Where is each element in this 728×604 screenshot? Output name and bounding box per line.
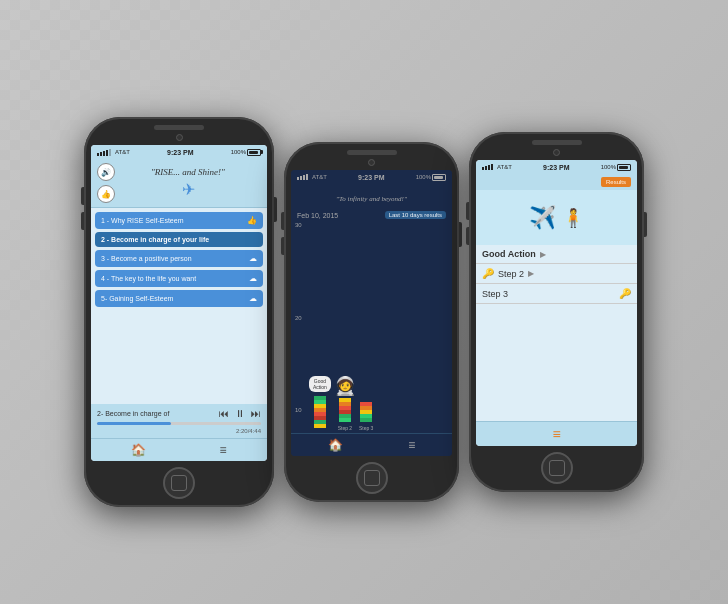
header-quote: "RISE... and Shine!" xyxy=(115,167,261,177)
menu-item-3[interactable]: 3 - Become a positive person ☁ xyxy=(95,250,263,267)
menu-item-4[interactable]: 4 - The key to the life you want ☁ xyxy=(95,270,263,287)
menu-item-5[interactable]: 5- Gaining Self-Esteem ☁ xyxy=(95,290,263,307)
screen3-spacer xyxy=(476,304,637,421)
signal-bars xyxy=(97,149,111,156)
phone3-home-button[interactable] xyxy=(541,452,573,484)
phone-3-speaker xyxy=(532,140,582,145)
phone2-home-button[interactable] xyxy=(356,462,388,494)
menu-item-4-icon: ☁ xyxy=(249,274,257,283)
good-action-label: Good Action xyxy=(482,249,536,259)
y-label-20: 20 xyxy=(295,315,302,321)
phone3-signal xyxy=(482,164,493,170)
screen1-header: 🔊 👍 "RISE... and Shine!" ✈ xyxy=(91,159,267,208)
phone-2-screen: AT&T 9:23 PM 100% "To infinity and beyon… xyxy=(291,170,452,456)
cloud-label-good-action: GoodAction xyxy=(309,376,331,392)
row-step2: 🔑 Step 2 ▶ xyxy=(476,264,637,284)
home-button[interactable]: 🏠 xyxy=(131,443,146,457)
phone-3-camera xyxy=(553,149,560,156)
screen3-header: Results xyxy=(476,174,637,190)
phone3-carrier: AT&T xyxy=(497,164,512,170)
chart-col-step2: 🧑‍🚀 Step 2 xyxy=(334,375,356,431)
phone-2-camera xyxy=(368,159,375,166)
phone3-menu-icon[interactable]: ≡ xyxy=(552,426,560,442)
chart-col-step3: Step 3 xyxy=(359,379,373,431)
scene: AT&T 9:23 PM 100% 🔊 👍 "RISE... an xyxy=(0,0,728,604)
screen3-footer: ≡ xyxy=(476,421,637,446)
chart-columns: GoodAction xyxy=(309,375,448,431)
pause-icon[interactable]: ⏸ xyxy=(235,408,245,419)
progress-fill xyxy=(97,422,171,425)
chart-date: Feb 10, 2015 xyxy=(297,212,338,219)
row-step3: Step 3 🔑 xyxy=(476,284,637,304)
phone-1: AT&T 9:23 PM 100% 🔊 👍 "RISE... an xyxy=(84,117,274,507)
player-controls[interactable]: ⏮ ⏸ ⏭ xyxy=(219,408,261,419)
menu-item-1-icon: 👍 xyxy=(247,216,257,225)
y-label-30: 30 xyxy=(295,222,302,228)
screen2-container: AT&T 9:23 PM 100% "To infinity and beyon… xyxy=(291,170,452,456)
phone3-battery: 100% xyxy=(601,164,631,171)
player-title: 2- Become in charge of ⏮ ⏸ ⏭ xyxy=(97,408,261,419)
phone-1-speaker xyxy=(154,125,204,130)
sound-icon[interactable]: 🔊 xyxy=(97,163,115,181)
step2-label: Step 2 xyxy=(498,269,524,279)
screen1-container: AT&T 9:23 PM 100% 🔊 👍 "RISE... an xyxy=(91,145,267,461)
phone2-home-btn[interactable]: 🏠 xyxy=(328,438,343,452)
key-icon-2: 🔑 xyxy=(619,288,631,299)
screen2-footer: 🏠 ≡ xyxy=(291,433,452,456)
menu-item-1[interactable]: 1 - Why RISE Self-Esteem 👍 xyxy=(95,212,263,229)
astronaut-icon: 🧑‍🚀 xyxy=(334,375,356,397)
menu-button[interactable]: ≡ xyxy=(219,443,226,457)
phone-1-camera xyxy=(176,134,183,141)
step3-label: Step 3 xyxy=(482,289,508,299)
phone3-time: 9:23 PM xyxy=(543,164,569,171)
menu-item-5-icon: ☁ xyxy=(249,294,257,303)
col-label-2: Step 2 xyxy=(338,425,352,431)
phone1-status-bar: AT&T 9:23 PM 100% xyxy=(91,145,267,159)
phone-3: AT&T 9:23 PM 100% Results ✈️ xyxy=(469,132,644,492)
phone2-menu-btn[interactable]: ≡ xyxy=(408,438,415,452)
player-time: 2:20/4:44 xyxy=(97,428,261,434)
illustration-plane: ✈️ xyxy=(529,205,556,231)
phone1-time: 9:23 PM xyxy=(167,149,193,156)
chart-y-labels: 30 20 10 xyxy=(295,222,302,413)
menu-item-3-icon: ☁ xyxy=(249,254,257,263)
phone-3-screen: AT&T 9:23 PM 100% Results ✈️ xyxy=(476,160,637,446)
phone-1-screen: AT&T 9:23 PM 100% 🔊 👍 "RISE... an xyxy=(91,145,267,461)
screen3-illustration: ✈️ 🧍 xyxy=(476,190,637,245)
paper-plane-icon: ✈ xyxy=(115,180,261,199)
like-icon[interactable]: 👍 xyxy=(97,185,115,203)
screen1-menu: 1 - Why RISE Self-Esteem 👍 2 - Become in… xyxy=(91,208,267,404)
carrier-name: AT&T xyxy=(115,149,130,155)
phone2-battery: 100% xyxy=(416,174,446,181)
phone-2-speaker xyxy=(347,150,397,155)
phone2-carrier: AT&T xyxy=(312,174,327,180)
phone2-quote: "To infinity and beyond!" xyxy=(336,195,407,203)
prev-icon[interactable]: ⏮ xyxy=(219,408,229,419)
phone2-status-bar: AT&T 9:23 PM 100% xyxy=(291,170,452,184)
progress-bar[interactable] xyxy=(97,422,261,425)
header-icons: 🔊 👍 xyxy=(97,163,115,203)
results-badge: Last 10 days results xyxy=(385,211,446,219)
screen1-footer: 🏠 ≡ xyxy=(91,438,267,461)
y-label-10: 10 xyxy=(295,407,302,413)
next-icon[interactable]: ⏭ xyxy=(251,408,261,419)
phone-2: AT&T 9:23 PM 100% "To infinity and beyon… xyxy=(284,142,459,502)
bar-stack-2 xyxy=(339,398,351,422)
row-good-action: Good Action ▶ xyxy=(476,245,637,264)
screen1-player: 2- Become in charge of ⏮ ⏸ ⏭ 2:20/4:44 xyxy=(91,404,267,438)
arrow-icon-2: ▶ xyxy=(528,269,534,278)
key-icon-1: 🔑 xyxy=(482,268,494,279)
screen3-container: AT&T 9:23 PM 100% Results ✈️ xyxy=(476,160,637,446)
illustration-person: 🧍 xyxy=(562,207,584,229)
bar-stack-1 xyxy=(314,396,326,428)
col-label-3: Step 3 xyxy=(359,425,373,431)
phone1-battery: 100% xyxy=(231,149,261,156)
arrow-icon-1: ▶ xyxy=(540,250,546,259)
screen2-header: Feb 10, 2015 Last 10 days results xyxy=(291,208,452,222)
phone2-quote-bar: "To infinity and beyond!" xyxy=(291,184,452,208)
phone1-home-button[interactable] xyxy=(163,467,195,499)
results-tab[interactable]: Results xyxy=(601,177,631,187)
phone2-signal xyxy=(297,174,308,180)
chart-col-good-action: GoodAction xyxy=(309,376,331,431)
menu-item-2[interactable]: 2 - Become in charge of your life xyxy=(95,232,263,247)
